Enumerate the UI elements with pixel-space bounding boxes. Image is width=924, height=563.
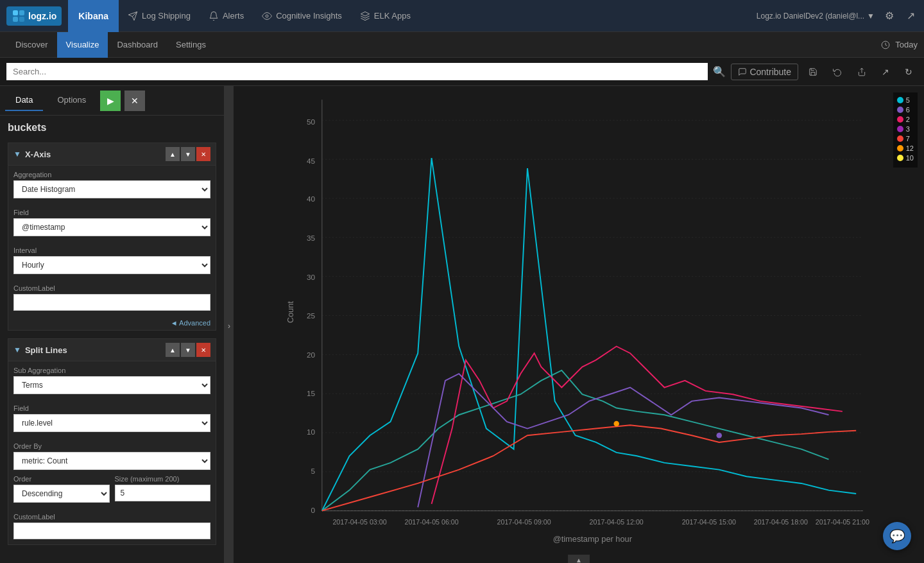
svg-text:45: 45 <box>307 157 316 165</box>
sub-nav-discover[interactable]: Discover <box>6 32 57 58</box>
layers-icon <box>360 11 370 21</box>
size-group: Size (maximum 200) <box>115 475 211 503</box>
chart-legend: 562371210 <box>893 92 918 168</box>
legend-item: 2 <box>897 116 914 123</box>
x-axis-fields: Aggregation Date Histogram <box>8 166 216 204</box>
x-axis-controls: ▲ ▼ ✕ <box>166 147 210 161</box>
x-axis-toggle[interactable]: ▼ <box>13 150 21 159</box>
order-select[interactable]: Descending <box>13 485 110 503</box>
chat-widget[interactable]: 💬 <box>883 522 911 550</box>
svg-point-42 <box>716 433 722 438</box>
clock-icon <box>881 40 890 49</box>
external-button[interactable]: ↗ <box>877 64 894 80</box>
svg-text:2017-04-05 06:00: 2017-04-05 06:00 <box>404 518 458 526</box>
custom-label-input[interactable] <box>13 294 210 311</box>
nav-log-shipping[interactable]: Log Shipping <box>119 0 200 32</box>
x-axis-up-button[interactable]: ▲ <box>166 147 180 161</box>
share-button[interactable] <box>852 65 871 79</box>
load-icon <box>833 67 842 76</box>
panel-tabs-row: Data Options ▶ ✕ <box>0 86 224 116</box>
contribute-button[interactable]: Contribute <box>731 64 798 80</box>
split-lines-down-button[interactable]: ▼ <box>181 343 195 357</box>
svg-text:35: 35 <box>307 234 316 242</box>
svg-marker-5 <box>361 12 369 16</box>
x-axis-remove-button[interactable]: ✕ <box>196 147 210 161</box>
split-lines-up-button[interactable]: ▲ <box>166 343 180 357</box>
user-dropdown[interactable]: Logz.io DanielDev2 (daniel@l... ▼ <box>757 12 875 21</box>
svg-rect-3 <box>19 17 24 22</box>
sub-nav-dashboard[interactable]: Dashboard <box>108 32 167 58</box>
interval-select[interactable]: Hourly <box>13 256 210 274</box>
x-axis-down-button[interactable]: ▼ <box>181 147 195 161</box>
section-title: buckets <box>0 116 224 137</box>
search-button[interactable]: 🔍 <box>713 65 726 78</box>
refresh-button[interactable]: ↻ <box>900 64 918 80</box>
save-button[interactable] <box>803 65 823 79</box>
logo-icon <box>12 9 26 23</box>
order-group: Order Descending <box>13 475 110 503</box>
svg-text:50: 50 <box>307 117 316 126</box>
field-select[interactable]: @timestamp <box>13 218 210 236</box>
bell-icon <box>209 11 219 21</box>
x-axis-field-group: Field @timestamp <box>8 204 216 241</box>
save-icon <box>809 67 817 76</box>
run-button[interactable]: ▶ <box>100 91 121 111</box>
sub-nav-settings[interactable]: Settings <box>167 32 215 58</box>
svg-text:2017-04-05 12:00: 2017-04-05 12:00 <box>590 518 644 526</box>
logo-box: logz.io <box>6 6 62 26</box>
svg-point-41 <box>613 421 619 427</box>
size-input[interactable] <box>115 485 211 501</box>
split-custom-label-group: CustomLabel <box>8 508 216 544</box>
tab-data[interactable]: Data <box>5 90 43 111</box>
nav-elk-apps[interactable]: ELK Apps <box>351 0 420 32</box>
legend-item: 10 <box>897 154 914 162</box>
sub-nav-visualize[interactable]: Visualize <box>57 32 108 58</box>
close-button[interactable]: ✕ <box>124 91 145 111</box>
legend-item: 3 <box>897 125 914 133</box>
advanced-toggle[interactable]: ◄ Advanced <box>171 319 210 327</box>
svg-point-4 <box>266 15 268 17</box>
svg-text:20: 20 <box>307 351 316 359</box>
split-lines-remove-button[interactable]: ✕ <box>196 343 210 357</box>
nav-alerts[interactable]: Alerts <box>200 0 253 32</box>
x-axis-group: ▼ X-Axis ▲ ▼ ✕ Aggregation Date Histogra… <box>8 143 216 331</box>
split-field-select[interactable]: rule.level <box>13 414 210 432</box>
svg-text:2017-04-05 21:00: 2017-04-05 21:00 <box>816 518 869 526</box>
kibana-button[interactable]: Kibana <box>68 0 119 32</box>
split-custom-label-input[interactable] <box>13 523 210 539</box>
order-by-group: Order By metric: Count <box>8 437 216 475</box>
search-input[interactable] <box>6 63 708 80</box>
logo-area: logz.io <box>6 6 62 26</box>
legend-dot <box>897 116 903 123</box>
legend-dot <box>897 107 903 113</box>
svg-rect-1 <box>19 10 24 15</box>
search-row: 🔍 Contribute ↗ ↻ <box>0 58 924 86</box>
legend-item: 5 <box>897 96 914 104</box>
sub-nav: Discover Visualize Dashboard Settings To… <box>0 32 924 58</box>
split-lines-toggle[interactable]: ▼ <box>13 345 21 354</box>
interval-group: Interval Hourly <box>8 241 216 279</box>
collapse-handle[interactable]: › <box>225 86 234 563</box>
legend-dot <box>897 126 903 132</box>
tab-options[interactable]: Options <box>47 90 96 111</box>
scroll-up-button[interactable]: ▲ <box>568 555 590 563</box>
legend-dot <box>897 97 903 103</box>
order-by-select[interactable]: metric: Count <box>13 452 210 470</box>
svg-text:30: 30 <box>307 273 316 281</box>
svg-rect-2 <box>13 17 18 22</box>
svg-text:15: 15 <box>307 389 316 397</box>
chart-svg: 0 5 10 15 20 25 30 35 40 45 50 Count <box>234 86 924 563</box>
main-layout: Data Options ▶ ✕ buckets ▼ X-Axis ▲ ▼ ✕ <box>0 86 924 563</box>
split-lines-controls: ▲ ▼ ✕ <box>166 343 210 357</box>
sub-aggregation-select[interactable]: Terms <box>13 376 210 394</box>
legend-dot <box>897 145 903 152</box>
external-link-button[interactable]: ↗ <box>904 7 918 24</box>
aggregation-select[interactable]: Date Histogram <box>13 180 210 198</box>
svg-text:5: 5 <box>311 467 316 475</box>
nav-cognitive-insights[interactable]: Cognitive Insights <box>253 0 351 32</box>
svg-text:40: 40 <box>307 195 316 203</box>
today-button[interactable]: Today <box>881 40 918 49</box>
load-button[interactable] <box>828 65 847 79</box>
sub-aggregation-group: Sub Aggregation Terms <box>8 361 216 399</box>
settings-icon-button[interactable]: ⚙ <box>882 7 896 24</box>
